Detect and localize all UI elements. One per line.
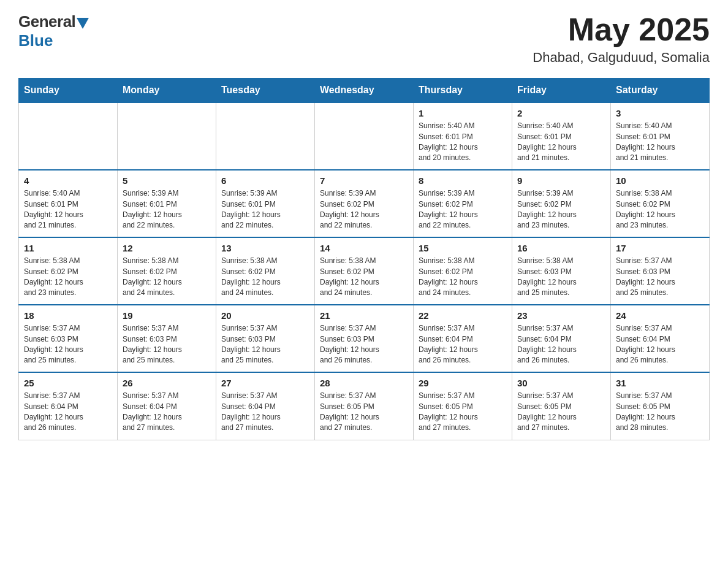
calendar-cell	[216, 102, 315, 170]
day-info: Sunrise: 5:37 AM Sunset: 6:04 PM Dayligh…	[123, 391, 211, 434]
day-info: Sunrise: 5:38 AM Sunset: 6:02 PM Dayligh…	[419, 256, 507, 299]
calendar-cell: 28Sunrise: 5:37 AM Sunset: 6:05 PM Dayli…	[315, 372, 414, 440]
day-info: Sunrise: 5:38 AM Sunset: 6:02 PM Dayligh…	[24, 256, 112, 299]
calendar-cell: 22Sunrise: 5:37 AM Sunset: 6:04 PM Dayli…	[414, 305, 512, 372]
day-number: 14	[320, 243, 408, 253]
day-number: 7	[320, 175, 408, 186]
day-info: Sunrise: 5:37 AM Sunset: 6:04 PM Dayligh…	[616, 323, 704, 366]
day-number: 17	[616, 243, 704, 253]
calendar-table: SundayMondayTuesdayWednesdayThursdayFrid…	[18, 78, 710, 440]
month-title: May 2025	[533, 12, 710, 47]
day-number: 18	[24, 310, 112, 321]
day-number: 30	[517, 378, 605, 388]
calendar-cell: 16Sunrise: 5:38 AM Sunset: 6:03 PM Dayli…	[512, 237, 611, 305]
day-number: 21	[320, 310, 408, 321]
day-info: Sunrise: 5:39 AM Sunset: 6:02 PM Dayligh…	[419, 188, 507, 231]
day-number: 24	[616, 310, 704, 321]
day-info: Sunrise: 5:38 AM Sunset: 6:03 PM Dayligh…	[517, 256, 605, 299]
day-info: Sunrise: 5:37 AM Sunset: 6:04 PM Dayligh…	[419, 323, 507, 366]
day-number: 16	[517, 243, 605, 253]
day-info: Sunrise: 5:37 AM Sunset: 6:05 PM Dayligh…	[419, 391, 507, 434]
calendar-cell: 12Sunrise: 5:38 AM Sunset: 6:02 PM Dayli…	[118, 237, 216, 305]
day-number: 6	[221, 175, 309, 186]
weekday-header-row: SundayMondayTuesdayWednesdayThursdayFrid…	[19, 79, 710, 103]
calendar-cell: 11Sunrise: 5:38 AM Sunset: 6:02 PM Dayli…	[19, 237, 118, 305]
calendar-cell: 19Sunrise: 5:37 AM Sunset: 6:03 PM Dayli…	[118, 305, 216, 372]
day-number: 2	[517, 108, 605, 118]
weekday-header-monday: Monday	[118, 79, 216, 103]
weekday-header-friday: Friday	[512, 79, 611, 103]
day-info: Sunrise: 5:37 AM Sunset: 6:03 PM Dayligh…	[221, 323, 309, 366]
calendar-cell: 1Sunrise: 5:40 AM Sunset: 6:01 PM Daylig…	[414, 102, 512, 170]
calendar-cell: 27Sunrise: 5:37 AM Sunset: 6:04 PM Dayli…	[216, 372, 315, 440]
calendar-cell: 31Sunrise: 5:37 AM Sunset: 6:05 PM Dayli…	[611, 372, 710, 440]
location-title: Dhabad, Galguduud, Somalia	[533, 50, 710, 66]
day-info: Sunrise: 5:38 AM Sunset: 6:02 PM Dayligh…	[320, 256, 408, 299]
day-info: Sunrise: 5:38 AM Sunset: 6:02 PM Dayligh…	[123, 256, 211, 299]
day-info: Sunrise: 5:37 AM Sunset: 6:03 PM Dayligh…	[616, 256, 704, 299]
day-number: 28	[320, 378, 408, 388]
page-header: General Blue May 2025 Dhabad, Galguduud,…	[18, 12, 710, 66]
calendar-cell: 25Sunrise: 5:37 AM Sunset: 6:04 PM Dayli…	[19, 372, 118, 440]
day-number: 1	[419, 108, 507, 118]
day-number: 13	[221, 243, 309, 253]
day-info: Sunrise: 5:40 AM Sunset: 6:01 PM Dayligh…	[24, 188, 112, 231]
day-info: Sunrise: 5:37 AM Sunset: 6:03 PM Dayligh…	[24, 323, 112, 366]
day-info: Sunrise: 5:37 AM Sunset: 6:05 PM Dayligh…	[616, 391, 704, 434]
calendar-cell: 13Sunrise: 5:38 AM Sunset: 6:02 PM Dayli…	[216, 237, 315, 305]
weekday-header-saturday: Saturday	[611, 79, 710, 103]
day-number: 5	[123, 175, 211, 186]
calendar-cell: 6Sunrise: 5:39 AM Sunset: 6:01 PM Daylig…	[216, 170, 315, 237]
calendar-cell: 3Sunrise: 5:40 AM Sunset: 6:01 PM Daylig…	[611, 102, 710, 170]
week-row-3: 11Sunrise: 5:38 AM Sunset: 6:02 PM Dayli…	[19, 237, 710, 305]
logo-blue-text: Blue	[18, 31, 53, 50]
logo: General Blue	[18, 12, 89, 50]
day-number: 10	[616, 175, 704, 186]
day-info: Sunrise: 5:39 AM Sunset: 6:01 PM Dayligh…	[221, 188, 309, 231]
calendar-cell: 15Sunrise: 5:38 AM Sunset: 6:02 PM Dayli…	[414, 237, 512, 305]
calendar-cell: 10Sunrise: 5:38 AM Sunset: 6:02 PM Dayli…	[611, 170, 710, 237]
calendar-cell	[19, 102, 118, 170]
day-info: Sunrise: 5:37 AM Sunset: 6:04 PM Dayligh…	[24, 391, 112, 434]
calendar-cell: 14Sunrise: 5:38 AM Sunset: 6:02 PM Dayli…	[315, 237, 414, 305]
weekday-header-sunday: Sunday	[19, 79, 118, 103]
calendar-cell: 30Sunrise: 5:37 AM Sunset: 6:05 PM Dayli…	[512, 372, 611, 440]
day-info: Sunrise: 5:37 AM Sunset: 6:05 PM Dayligh…	[320, 391, 408, 434]
calendar-cell: 20Sunrise: 5:37 AM Sunset: 6:03 PM Dayli…	[216, 305, 315, 372]
day-number: 12	[123, 243, 211, 253]
calendar-cell: 18Sunrise: 5:37 AM Sunset: 6:03 PM Dayli…	[19, 305, 118, 372]
week-row-1: 1Sunrise: 5:40 AM Sunset: 6:01 PM Daylig…	[19, 102, 710, 170]
day-info: Sunrise: 5:39 AM Sunset: 6:02 PM Dayligh…	[517, 188, 605, 231]
week-row-2: 4Sunrise: 5:40 AM Sunset: 6:01 PM Daylig…	[19, 170, 710, 237]
day-info: Sunrise: 5:37 AM Sunset: 6:04 PM Dayligh…	[517, 323, 605, 366]
weekday-header-thursday: Thursday	[414, 79, 512, 103]
day-number: 8	[419, 175, 507, 186]
day-number: 26	[123, 378, 211, 388]
calendar-cell: 26Sunrise: 5:37 AM Sunset: 6:04 PM Dayli…	[118, 372, 216, 440]
day-number: 29	[419, 378, 507, 388]
title-section: May 2025 Dhabad, Galguduud, Somalia	[533, 12, 710, 66]
day-number: 15	[419, 243, 507, 253]
calendar-cell: 9Sunrise: 5:39 AM Sunset: 6:02 PM Daylig…	[512, 170, 611, 237]
weekday-header-tuesday: Tuesday	[216, 79, 315, 103]
calendar-cell	[315, 102, 414, 170]
day-number: 27	[221, 378, 309, 388]
calendar-cell	[118, 102, 216, 170]
day-number: 11	[24, 243, 112, 253]
day-number: 31	[616, 378, 704, 388]
calendar-cell: 29Sunrise: 5:37 AM Sunset: 6:05 PM Dayli…	[414, 372, 512, 440]
calendar-cell: 5Sunrise: 5:39 AM Sunset: 6:01 PM Daylig…	[118, 170, 216, 237]
calendar-cell: 8Sunrise: 5:39 AM Sunset: 6:02 PM Daylig…	[414, 170, 512, 237]
week-row-5: 25Sunrise: 5:37 AM Sunset: 6:04 PM Dayli…	[19, 372, 710, 440]
day-info: Sunrise: 5:37 AM Sunset: 6:03 PM Dayligh…	[123, 323, 211, 366]
day-info: Sunrise: 5:39 AM Sunset: 6:02 PM Dayligh…	[320, 188, 408, 231]
day-info: Sunrise: 5:37 AM Sunset: 6:03 PM Dayligh…	[320, 323, 408, 366]
calendar-cell: 4Sunrise: 5:40 AM Sunset: 6:01 PM Daylig…	[19, 170, 118, 237]
day-info: Sunrise: 5:40 AM Sunset: 6:01 PM Dayligh…	[616, 121, 704, 164]
week-row-4: 18Sunrise: 5:37 AM Sunset: 6:03 PM Dayli…	[19, 305, 710, 372]
day-number: 9	[517, 175, 605, 186]
logo-arrow-icon	[77, 18, 89, 29]
day-info: Sunrise: 5:38 AM Sunset: 6:02 PM Dayligh…	[616, 188, 704, 231]
day-info: Sunrise: 5:37 AM Sunset: 6:05 PM Dayligh…	[517, 391, 605, 434]
calendar-cell: 2Sunrise: 5:40 AM Sunset: 6:01 PM Daylig…	[512, 102, 611, 170]
